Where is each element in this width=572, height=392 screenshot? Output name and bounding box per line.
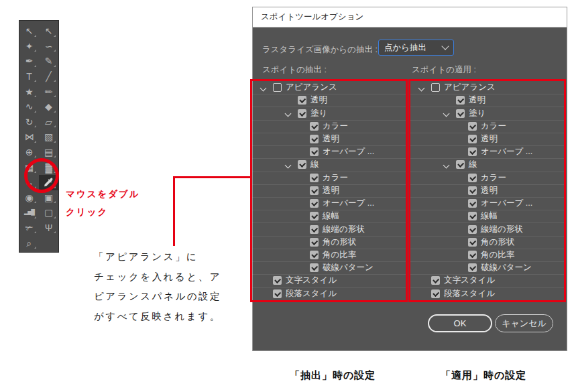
checkbox-checked[interactable] bbox=[468, 186, 477, 195]
tree-row: 線端の形状 bbox=[410, 222, 564, 235]
tree-row: アピアランス bbox=[410, 81, 564, 94]
checkbox-checked[interactable] bbox=[468, 199, 477, 208]
line-segment-tool[interactable]: ╱ bbox=[39, 69, 58, 84]
checkbox-checked[interactable] bbox=[431, 276, 440, 285]
dialog-titlebar[interactable]: スポイトツールオプション bbox=[253, 7, 567, 27]
artboard-tool[interactable]: ▢ bbox=[39, 205, 58, 220]
tree-item-label: 文字スタイル bbox=[286, 275, 337, 286]
checkbox-checked[interactable] bbox=[310, 238, 319, 247]
pen-tool[interactable]: ✒ bbox=[19, 54, 39, 69]
tree-item-label: 透明 bbox=[469, 94, 485, 106]
tree-row: 文字スタイル bbox=[252, 274, 406, 287]
raster-extract-dropdown[interactable]: 点から抽出 bbox=[378, 40, 454, 56]
zoom-tool[interactable]: ⌕ bbox=[19, 235, 39, 251]
checkbox-checked[interactable] bbox=[431, 289, 440, 298]
tree-row: 破線パターン bbox=[410, 261, 564, 274]
lasso-tool[interactable]: ∽ bbox=[39, 39, 58, 54]
checkbox-checked[interactable] bbox=[468, 147, 477, 156]
chevron-down-icon[interactable] bbox=[285, 162, 292, 169]
tree-item-label: カラー bbox=[481, 172, 506, 184]
checkbox-checked[interactable] bbox=[468, 174, 477, 182]
tree-row: 線端の形状 bbox=[252, 222, 406, 235]
chevron-down-icon[interactable] bbox=[418, 85, 425, 92]
free-transform-tool[interactable]: ▧ bbox=[39, 129, 58, 145]
dropdown-value: 点から抽出 bbox=[384, 42, 426, 54]
red-circle-annotation bbox=[24, 158, 59, 193]
column-graph-tool[interactable]: ▂▅█ bbox=[19, 205, 39, 220]
tree-row: 透明 bbox=[252, 94, 406, 107]
chevron-down-icon[interactable] bbox=[443, 111, 450, 117]
checkbox-checked[interactable] bbox=[468, 238, 477, 247]
checkbox-checked[interactable] bbox=[310, 225, 319, 234]
checkbox-checked[interactable] bbox=[456, 109, 465, 118]
tree-item-label: 線端の形状 bbox=[481, 224, 523, 235]
cancel-button[interactable]: キャンセル bbox=[495, 314, 553, 332]
star-shape-tool[interactable]: ★ bbox=[19, 84, 39, 99]
chevron-down-icon[interactable] bbox=[443, 162, 450, 169]
curvature-tool[interactable]: ✎ bbox=[39, 54, 58, 69]
tree-row: 塗り bbox=[410, 107, 564, 119]
magic-wand-tool[interactable]: ✦ bbox=[19, 39, 39, 54]
rotate-tool[interactable]: ↻ bbox=[19, 115, 39, 130]
checkbox-checked[interactable] bbox=[298, 96, 306, 105]
tree-item-label: 角の形状 bbox=[323, 237, 356, 248]
checkbox-unchecked[interactable] bbox=[431, 83, 440, 92]
caption-apply-settings: 「適用」時の設定 bbox=[441, 369, 526, 382]
checkbox-checked[interactable] bbox=[298, 109, 306, 118]
ok-button[interactable]: OK bbox=[428, 314, 492, 332]
tools-panel: ↖↖✦∽✒✎T╱★✏∿◆↻▱⋈▧⊕▤▦▓↔◉▣▂▅█▢✃Ψ⌕ bbox=[19, 20, 59, 253]
direct-selection-tool[interactable]: ↖ bbox=[39, 23, 58, 39]
type-tool[interactable]: T bbox=[19, 69, 39, 84]
eyedropper-tool-options-dialog: スポイトツールオプション ラスタライズ画像からの抽出 : 点から抽出 スポイトの… bbox=[252, 7, 567, 351]
tree-item-label: 線端の形状 bbox=[323, 224, 365, 235]
annotation-line: クリック bbox=[66, 203, 140, 221]
tree-item-label: 線 bbox=[469, 159, 477, 170]
selection-tool[interactable]: ↖ bbox=[19, 23, 39, 39]
checkbox-checked[interactable] bbox=[310, 147, 319, 156]
checkbox-checked[interactable] bbox=[310, 122, 319, 131]
checkbox-checked[interactable] bbox=[456, 160, 465, 169]
tree-item-label: 文字スタイル bbox=[444, 275, 495, 286]
tree-item-label: オーバープ ... bbox=[323, 198, 374, 209]
tree-row: 線幅 bbox=[410, 210, 564, 222]
checkbox-checked[interactable] bbox=[468, 122, 477, 131]
shaper-tool[interactable]: ∿ bbox=[19, 99, 39, 115]
checkbox-checked[interactable] bbox=[468, 225, 477, 234]
width-tool[interactable]: ⋈ bbox=[19, 129, 39, 145]
checkbox-checked[interactable] bbox=[310, 263, 319, 272]
eraser-tool[interactable]: ◆ bbox=[39, 99, 58, 115]
checkbox-unchecked[interactable] bbox=[273, 83, 282, 92]
checkbox-checked[interactable] bbox=[298, 160, 306, 169]
tree-row: オーバープ ... bbox=[252, 145, 406, 158]
checkbox-checked[interactable] bbox=[273, 289, 282, 298]
checkbox-checked[interactable] bbox=[310, 135, 319, 143]
perspective-grid-tool[interactable]: ▤ bbox=[39, 145, 58, 160]
tree-row: 線 bbox=[252, 158, 406, 171]
checkbox-checked[interactable] bbox=[468, 263, 477, 272]
paintbrush-tool[interactable]: ✏ bbox=[39, 84, 58, 99]
checkbox-checked[interactable] bbox=[310, 186, 319, 195]
checkbox-checked[interactable] bbox=[468, 212, 477, 220]
checkbox-checked[interactable] bbox=[456, 96, 465, 105]
tree-item-label: 透明 bbox=[323, 185, 339, 196]
appearance-note: 「アピアランス」に チェックを入れると、ア ピアランスパネルの設定 がすべて反映… bbox=[94, 247, 221, 326]
checkbox-checked[interactable] bbox=[468, 251, 477, 259]
tree-item-label: アピアランス bbox=[444, 82, 496, 93]
checkbox-checked[interactable] bbox=[273, 276, 282, 285]
tree-row: 線 bbox=[410, 158, 564, 171]
chevron-down-icon[interactable] bbox=[285, 111, 292, 117]
checkbox-checked[interactable] bbox=[468, 135, 477, 143]
tree-row: 透明 bbox=[252, 184, 406, 197]
checkbox-checked[interactable] bbox=[310, 174, 319, 182]
tree-item-label: 段落スタイル bbox=[444, 288, 495, 300]
checkbox-checked[interactable] bbox=[310, 199, 319, 208]
checkbox-checked[interactable] bbox=[310, 212, 319, 220]
shape-builder-tool[interactable]: ⊕ bbox=[19, 145, 39, 160]
double-click-annotation: マウスをダブル クリック bbox=[66, 185, 140, 221]
chevron-down-icon[interactable] bbox=[260, 85, 267, 92]
hand-tool[interactable]: Ψ bbox=[39, 220, 58, 236]
tree-item-label: 線幅 bbox=[323, 210, 339, 222]
scale-tool[interactable]: ▱ bbox=[39, 115, 58, 130]
slice-tool[interactable]: ✃ bbox=[19, 220, 39, 236]
checkbox-checked[interactable] bbox=[310, 251, 319, 259]
